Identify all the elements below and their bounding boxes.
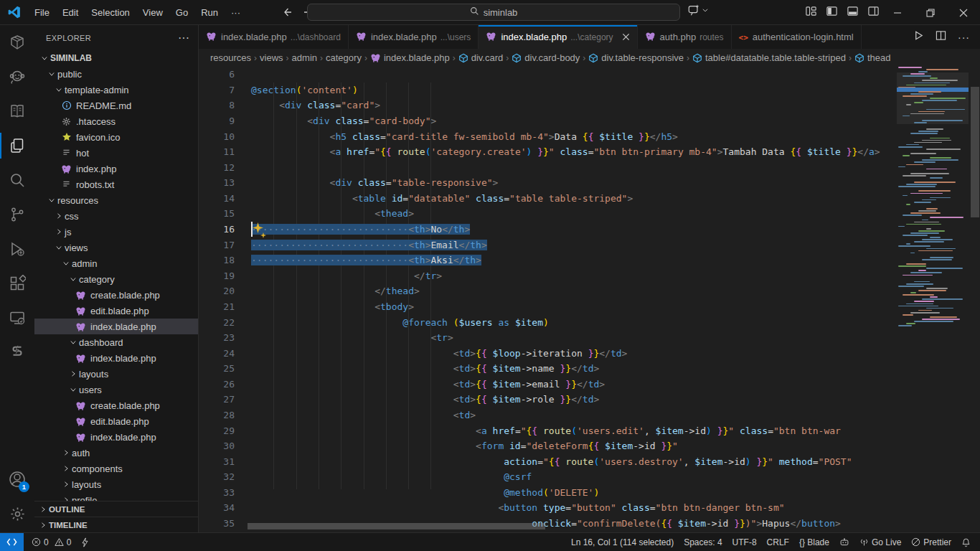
tree-folder-resources[interactable]: resources [34,192,198,208]
code-line[interactable]: 14 <table id="datatable" class="table ta… [199,191,897,207]
tree-folder-views[interactable]: views [34,240,198,255]
book-icon[interactable] [0,94,34,128]
code-line[interactable]: 23 <tr> [199,330,897,346]
tree-folder-components[interactable]: components [34,461,198,476]
code-line[interactable]: 15 <thead> [199,206,897,222]
code-line[interactable]: 26 <td>{{ $item->email }}</td> [199,377,897,392]
breadcrumb-item[interactable]: div.table-responsive [588,52,684,63]
code-line[interactable]: 11 <a href="{{ route('category.create') … [199,144,897,160]
tree-file-robots.txt[interactable]: robots.txt [34,176,198,192]
menu-edit[interactable]: Edit [56,0,85,25]
breadcrumb-item[interactable]: div.card-body [512,52,580,63]
breadcrumb-item[interactable]: div.card [458,52,504,63]
tree-file-index.blade.php[interactable]: index.blade.php [34,319,198,334]
tree-file-index.blade.php[interactable]: index.blade.php [34,350,198,366]
indentation[interactable]: Spaces: 4 [679,533,727,551]
code-line[interactable]: 7@section('content') [199,83,897,98]
tab-4[interactable]: auth.phproutes [638,25,732,49]
command-center-search[interactable]: siminlab [307,4,680,21]
tree-folder-layouts[interactable]: layouts [34,476,198,492]
line-number[interactable]: 31 [199,456,251,467]
tree-file-edit.blade.php[interactable]: edit.blade.php [34,303,198,319]
code-editor[interactable]: 67@section('content')8 <div class="card"… [199,67,980,532]
line-number[interactable]: 25 [199,363,251,374]
line-number[interactable]: 27 [199,394,251,405]
run-debug-icon[interactable] [0,232,34,266]
line-number[interactable]: 29 [199,425,251,436]
explorer-more-actions-icon[interactable]: ··· [178,32,189,44]
eol[interactable]: CRLF [762,533,794,551]
code-line[interactable]: 30 <form id="deleteForm{{ $item->id }}" [199,438,897,454]
line-number[interactable]: 16 [199,224,251,235]
prettier[interactable]: Prettier [906,533,956,551]
section-outline[interactable]: OUTLINE [34,501,198,517]
tree-folder-js[interactable]: js [34,224,198,240]
tree-file-favicon.ico[interactable]: favicon.ico [34,129,198,145]
customize-layout-button[interactable] [805,5,817,20]
debug-bolt[interactable] [76,533,94,551]
tree-folder-template-admin[interactable]: template-admin [34,82,198,98]
breadcrumb-item[interactable]: admin [292,52,317,63]
code-line[interactable]: 18····························<th>Aksi</… [199,253,897,268]
toggle-secondary-sidebar-button[interactable] [867,5,880,20]
line-number[interactable]: 23 [199,332,251,343]
line-number[interactable]: 32 [199,471,251,482]
line-number[interactable]: 34 [199,502,251,513]
back-button[interactable] [281,6,293,18]
line-number[interactable]: 9 [199,116,251,126]
tab-1[interactable]: index.blade.php...\dashboard [199,25,349,49]
code-line[interactable]: 9 <div class="card-body"> [199,113,897,129]
toggle-primary-sidebar-button[interactable] [826,5,838,20]
line-number[interactable]: 7 [199,85,251,95]
menu-go[interactable]: Go [169,0,194,25]
search-icon[interactable] [0,163,34,197]
extensions-icon[interactable] [0,266,34,301]
source-control-icon[interactable] [0,197,34,232]
code-line[interactable]: 27 <td>{{ $item->role }}</td> [199,392,897,408]
tree-folder-layouts[interactable]: layouts [34,366,198,382]
line-number[interactable]: 8 [199,100,251,110]
line-number[interactable]: 18 [199,255,251,265]
code-line[interactable]: 33 @method('DELETE') [199,485,897,501]
settings-gear-icon[interactable] [0,496,34,531]
line-number[interactable]: 20 [199,286,251,296]
tree-file-.htaccess[interactable]: .htaccess [34,113,198,129]
toggle-panel-button[interactable] [847,5,859,20]
menu-view[interactable]: View [136,0,169,25]
explorer-icon[interactable] [0,128,34,163]
line-number[interactable]: 6 [199,69,251,80]
tree-folder-siminlab[interactable]: SIMINLAB [34,50,198,66]
tree-file-create.blade.php[interactable]: create.blade.php [34,397,198,413]
close-tab-icon[interactable] [622,33,630,41]
code-line[interactable]: 31 action="{{ route('users.destroy', $it… [199,453,897,469]
monkey-icon[interactable] [0,60,34,94]
line-number[interactable]: 12 [199,162,251,173]
tab-3[interactable]: index.blade.php...\category [479,25,637,49]
line-number[interactable]: 30 [199,441,251,451]
code-line[interactable]: 6 [199,67,897,83]
tree-folder-category[interactable]: category [34,271,198,287]
cursor-position[interactable]: Ln 16, Col 1 (114 selected) [566,533,679,551]
notifications[interactable] [956,533,976,551]
line-number[interactable]: 28 [199,410,251,420]
more-actions-button[interactable]: ··· [958,31,970,44]
line-number[interactable]: 35 [199,518,251,529]
vertical-scrollbar[interactable] [971,87,979,217]
code-line[interactable]: 32 @csrf [199,469,897,485]
line-number[interactable]: 19 [199,270,251,281]
package-icon[interactable] [0,25,34,60]
menu-run[interactable]: Run [194,0,225,25]
tree-file-create.blade.php[interactable]: create.blade.php [34,287,198,303]
encoding[interactable]: UTF-8 [727,533,762,551]
tree-folder-users[interactable]: users [34,382,198,397]
problems-status[interactable]: 00 [27,533,76,551]
tree-file-index.php[interactable]: index.php [34,161,198,176]
menu-moremoremore[interactable]: ··· [225,0,247,25]
minimap[interactable] [897,67,969,532]
horizontal-scrollbar[interactable] [248,523,545,529]
line-number[interactable]: 26 [199,379,251,390]
tree-file-index.blade.php[interactable]: index.blade.php [34,429,198,445]
code-line[interactable]: 17····························<th>Email<… [199,237,897,253]
code-line[interactable]: 10 <h5 class="card-title fw-semibold mb-… [199,128,897,144]
tree-folder-css[interactable]: css [34,208,198,224]
